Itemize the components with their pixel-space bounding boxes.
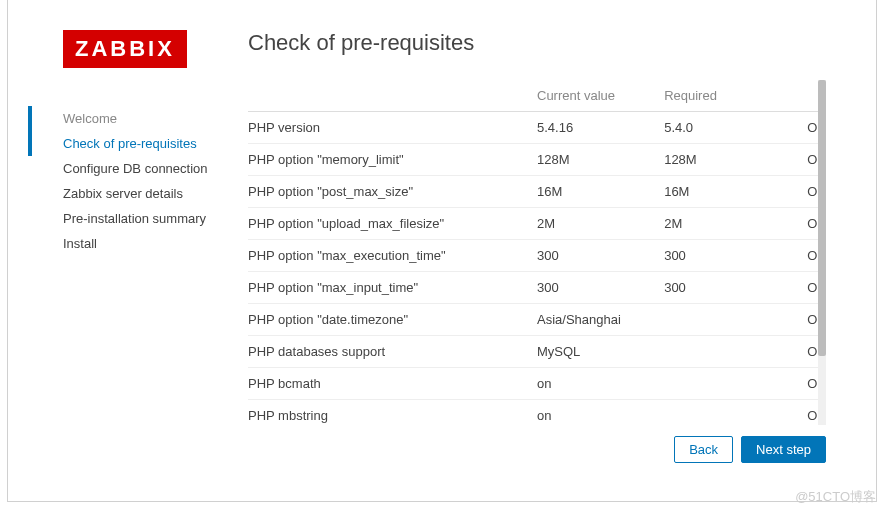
- sidebar-step-3[interactable]: Zabbix server details: [63, 181, 228, 206]
- check-current: on: [537, 400, 664, 426]
- sidebar-step-1[interactable]: Check of pre-requisites: [63, 131, 228, 156]
- table-row: PHP bcmathonOK: [248, 368, 826, 400]
- requirements-table: Current value Required PHP version5.4.16…: [248, 80, 826, 425]
- container: ZABBIX WelcomeCheck of pre-requisitesCon…: [8, 0, 876, 501]
- check-name: PHP databases support: [248, 336, 537, 368]
- table-row: PHP databases supportMySQLOK: [248, 336, 826, 368]
- page-title: Check of pre-requisites: [248, 30, 826, 56]
- requirements-tbody: PHP version5.4.165.4.0OKPHP option "memo…: [248, 112, 826, 426]
- footer-buttons: Back Next step: [674, 436, 826, 463]
- back-button[interactable]: Back: [674, 436, 733, 463]
- table-row: PHP option "max_input_time"300300OK: [248, 272, 826, 304]
- sidebar: ZABBIX WelcomeCheck of pre-requisitesCon…: [8, 30, 248, 481]
- sidebar-step-4[interactable]: Pre-installation summary: [63, 206, 228, 231]
- check-name: PHP bcmath: [248, 368, 537, 400]
- check-name: PHP option "max_input_time": [248, 272, 537, 304]
- check-required: 128M: [664, 144, 768, 176]
- check-current: MySQL: [537, 336, 664, 368]
- check-current: 300: [537, 272, 664, 304]
- check-current: on: [537, 368, 664, 400]
- th-current: Current value: [537, 80, 664, 112]
- table-row: PHP option "memory_limit"128M128MOK: [248, 144, 826, 176]
- check-name: PHP option "date.timezone": [248, 304, 537, 336]
- check-name: PHP option "memory_limit": [248, 144, 537, 176]
- check-required: 5.4.0: [664, 112, 768, 144]
- check-current: Asia/Shanghai: [537, 304, 664, 336]
- th-name: [248, 80, 537, 112]
- scrollbar[interactable]: [818, 80, 826, 425]
- table-row: PHP mbstringonOK: [248, 400, 826, 426]
- table-row: PHP option "date.timezone"Asia/ShanghaiO…: [248, 304, 826, 336]
- sidebar-step-0[interactable]: Welcome: [63, 106, 228, 131]
- check-required: [664, 336, 768, 368]
- table-row: PHP version5.4.165.4.0OK: [248, 112, 826, 144]
- sidebar-step-2[interactable]: Configure DB connection: [63, 156, 228, 181]
- requirements-area: Current value Required PHP version5.4.16…: [248, 80, 826, 425]
- check-name: PHP option "upload_max_filesize": [248, 208, 537, 240]
- check-required: 2M: [664, 208, 768, 240]
- main-content: Check of pre-requisites Current value Re…: [248, 30, 876, 481]
- installer-panel: ZABBIX WelcomeCheck of pre-requisitesCon…: [7, 0, 877, 502]
- next-step-button[interactable]: Next step: [741, 436, 826, 463]
- zabbix-logo: ZABBIX: [63, 30, 187, 68]
- table-row: PHP option "post_max_size"16M16MOK: [248, 176, 826, 208]
- check-required: [664, 368, 768, 400]
- check-current: 128M: [537, 144, 664, 176]
- check-name: PHP mbstring: [248, 400, 537, 426]
- check-name: PHP option "max_execution_time": [248, 240, 537, 272]
- check-name: PHP option "post_max_size": [248, 176, 537, 208]
- table-row: PHP option "max_execution_time"300300OK: [248, 240, 826, 272]
- sidebar-step-5[interactable]: Install: [63, 231, 228, 256]
- check-required: [664, 304, 768, 336]
- check-required: 300: [664, 272, 768, 304]
- th-required: Required: [664, 80, 768, 112]
- check-required: [664, 400, 768, 426]
- scrollbar-thumb[interactable]: [818, 80, 826, 356]
- step-list: WelcomeCheck of pre-requisitesConfigure …: [63, 106, 228, 256]
- check-required: 300: [664, 240, 768, 272]
- table-row: PHP option "upload_max_filesize"2M2MOK: [248, 208, 826, 240]
- check-current: 2M: [537, 208, 664, 240]
- check-current: 16M: [537, 176, 664, 208]
- check-current: 300: [537, 240, 664, 272]
- check-required: 16M: [664, 176, 768, 208]
- check-current: 5.4.16: [537, 112, 664, 144]
- check-name: PHP version: [248, 112, 537, 144]
